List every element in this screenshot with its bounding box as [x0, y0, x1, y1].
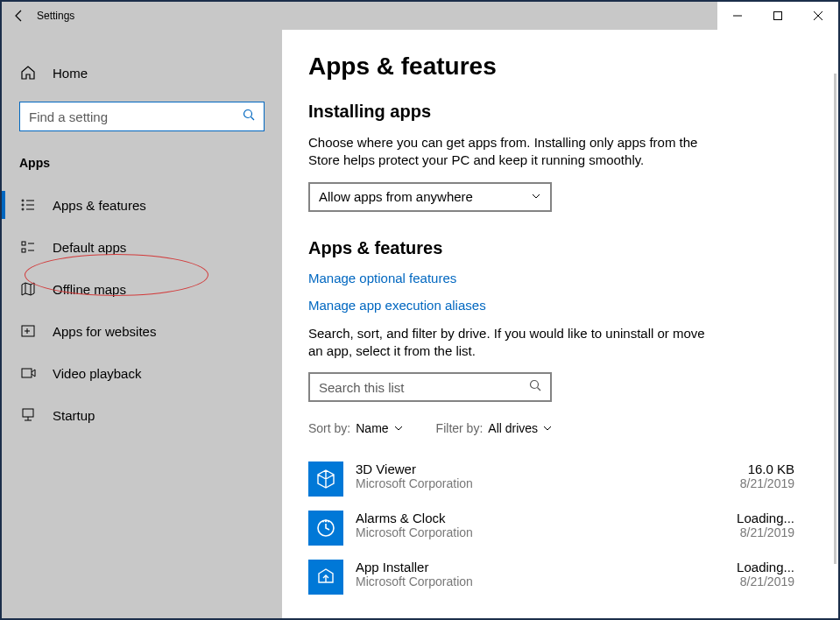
- section-apps-features-text: Search, sort, and filter by drive. If yo…: [308, 325, 711, 361]
- sidebar: Home Apps Apps & features Default apps: [2, 30, 282, 618]
- app-date: 8/21/2019: [698, 574, 794, 588]
- svg-rect-13: [22, 249, 25, 252]
- app-icon: [308, 461, 343, 497]
- sort-filter-row: Sort by: Name Filter by: All drives: [308, 421, 794, 435]
- app-row[interactable]: 3D ViewerMicrosoft Corporation 16.0 KB8/…: [308, 454, 794, 504]
- video-playback-icon: [19, 365, 37, 381]
- svg-line-26: [538, 388, 541, 391]
- app-size: 16.0 KB: [698, 461, 794, 476]
- app-name: Alarms & Clock: [356, 511, 698, 525]
- nav-offline-maps[interactable]: Offline maps: [2, 268, 282, 310]
- section-installing-apps-text: Choose where you can get apps from. Inst…: [308, 134, 711, 170]
- app-icon: [308, 511, 343, 546]
- nav-video-playback[interactable]: Video playback: [2, 352, 282, 394]
- svg-point-7: [22, 204, 24, 206]
- close-button[interactable]: [798, 2, 838, 30]
- link-execution-aliases[interactable]: Manage app execution aliases: [308, 298, 794, 313]
- svg-rect-1: [774, 12, 782, 20]
- svg-line-5: [251, 117, 255, 121]
- select-value: Allow apps from anywhere: [319, 189, 473, 204]
- apps-websites-icon: [19, 323, 37, 339]
- nav-label: Apps & features: [53, 198, 146, 213]
- nav-apps-websites[interactable]: Apps for websites: [2, 310, 282, 352]
- home-icon: [19, 65, 37, 81]
- nav-label: Video playback: [53, 366, 141, 381]
- app-name: 3D Viewer: [356, 461, 698, 476]
- nav-group-label: Apps: [2, 149, 282, 184]
- app-publisher: Microsoft Corporation: [356, 476, 698, 490]
- app-icon: [308, 560, 343, 595]
- nav-apps-features[interactable]: Apps & features: [2, 184, 282, 226]
- search-icon: [529, 379, 541, 395]
- svg-point-29: [322, 521, 324, 523]
- svg-rect-22: [23, 409, 33, 417]
- svg-point-4: [244, 110, 252, 118]
- nav-startup[interactable]: Startup: [2, 394, 282, 436]
- back-button[interactable]: [2, 2, 37, 30]
- titlebar: Settings: [2, 2, 838, 30]
- app-size: Loading...: [698, 511, 794, 525]
- search-icon: [243, 109, 255, 124]
- nav-label: Default apps: [53, 240, 126, 255]
- apps-features-icon: [19, 197, 37, 213]
- chevron-down-icon: [531, 189, 541, 204]
- offline-maps-icon: [19, 281, 37, 297]
- svg-point-6: [22, 200, 24, 201]
- apps-search[interactable]: [308, 372, 552, 402]
- app-row[interactable]: Alarms & ClockMicrosoft Corporation Load…: [308, 504, 794, 553]
- link-optional-features[interactable]: Manage optional features: [308, 271, 794, 285]
- app-publisher: Microsoft Corporation: [356, 525, 698, 539]
- nav-label: Apps for websites: [53, 324, 156, 339]
- svg-point-28: [325, 520, 328, 523]
- app-date: 8/21/2019: [698, 476, 794, 490]
- app-name: App Installer: [356, 560, 698, 574]
- app-size: Loading...: [698, 560, 794, 574]
- chevron-down-icon: [543, 421, 552, 435]
- svg-point-25: [531, 381, 539, 389]
- startup-icon: [19, 407, 37, 423]
- nav-default-apps[interactable]: Default apps: [2, 226, 282, 268]
- nav-label: Startup: [53, 408, 95, 423]
- install-source-select[interactable]: Allow apps from anywhere: [308, 182, 552, 212]
- section-apps-features-title: Apps & features: [308, 238, 794, 258]
- scrollbar[interactable]: [834, 74, 836, 564]
- svg-point-8: [22, 208, 24, 210]
- chevron-down-icon: [394, 421, 403, 435]
- apps-search-input[interactable]: [319, 380, 529, 395]
- svg-rect-12: [22, 242, 25, 245]
- section-installing-apps-title: Installing apps: [308, 102, 794, 122]
- sidebar-search-input[interactable]: [29, 109, 243, 124]
- default-apps-icon: [19, 239, 37, 255]
- svg-point-30: [328, 521, 329, 523]
- app-date: 8/21/2019: [698, 525, 794, 539]
- nav-label: Offline maps: [53, 282, 126, 297]
- app-row[interactable]: App InstallerMicrosoft Corporation Loadi…: [308, 553, 794, 602]
- app-publisher: Microsoft Corporation: [356, 574, 698, 588]
- home-label: Home: [53, 66, 88, 81]
- minimize-button[interactable]: [717, 2, 758, 30]
- main-content: Apps & features Installing apps Choose w…: [282, 30, 838, 618]
- page-heading: Apps & features: [308, 53, 794, 81]
- home-nav[interactable]: Home: [2, 56, 282, 89]
- window-title: Settings: [37, 10, 74, 22]
- sort-by[interactable]: Sort by: Name: [308, 421, 403, 435]
- maximize-button[interactable]: [758, 2, 798, 30]
- filter-by[interactable]: Filter by: All drives: [436, 421, 552, 435]
- svg-rect-21: [22, 369, 32, 377]
- sidebar-search[interactable]: [19, 102, 265, 131]
